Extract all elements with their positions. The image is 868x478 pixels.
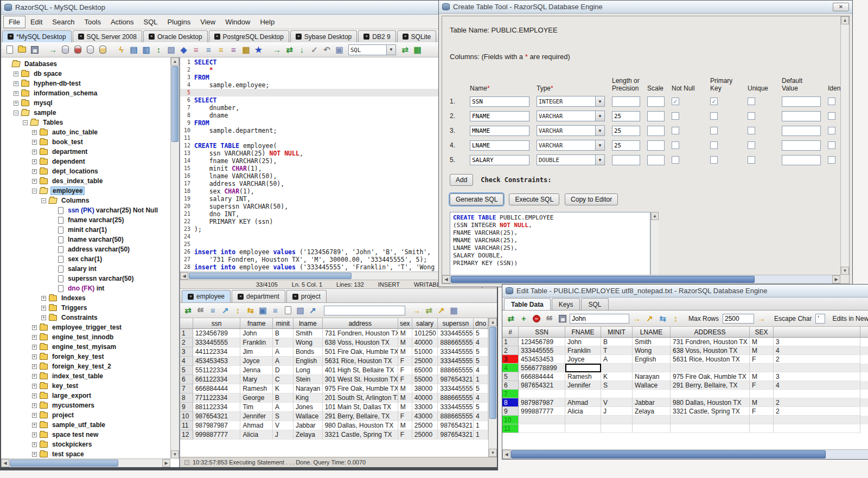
cell[interactable]: 987654321 (438, 375, 474, 384)
length-input[interactable] (612, 111, 640, 121)
tab-close-icon[interactable]: × (363, 34, 369, 40)
cell[interactable]: Narayan (293, 384, 323, 393)
edit-results-icon[interactable]: ≡ (203, 44, 214, 55)
tab-close-icon[interactable]: × (292, 294, 298, 300)
page-icon[interactable] (282, 305, 293, 316)
cell[interactable]: 5566778899 (519, 364, 565, 372)
identity-checkbox[interactable] (828, 141, 835, 149)
cell[interactable]: 3321 Castle, Spring TX (671, 407, 750, 416)
tree-item-employee[interactable]: −employee (1, 186, 170, 196)
cell[interactable]: V (601, 398, 633, 407)
tab-close-icon[interactable]: × (149, 34, 155, 40)
menu-item-file[interactable]: File (3, 16, 25, 28)
results-vertical-scrollbar[interactable]: ▲ ▼ (488, 318, 497, 457)
results-row[interactable]: 3441122334JimABonds501 Fire Oak, Humble … (180, 347, 488, 357)
tree-item-fname-varchar-25[interactable]: fname varchar(25) (1, 215, 170, 225)
tree-item-address-varchar-50[interactable]: address varchar(50) (1, 244, 170, 254)
expand-icon[interactable]: + (32, 325, 37, 330)
cell[interactable]: 201 South St, Arlington TX (323, 393, 398, 403)
cell[interactable]: 401 High St, Bellaire TX (323, 366, 398, 375)
scroll-left-icon[interactable]: ◀ (180, 272, 188, 280)
cell[interactable]: S (273, 412, 293, 421)
tab-close-icon[interactable]: × (188, 294, 194, 300)
cell[interactable] (671, 390, 750, 398)
window-vertical-scrollbar[interactable]: ▲ ▼ (840, 16, 849, 275)
scroll-right-icon[interactable]: ▶ (832, 275, 840, 283)
tree-item-constraints[interactable]: +Constraints (1, 313, 170, 322)
cell[interactable]: M (398, 338, 412, 347)
edit-table-row[interactable]: 7 (502, 390, 868, 398)
results-row[interactable]: 2333445555FranklinTWong638 Voss, Houston… (180, 338, 488, 347)
cell[interactable]: Alicia (565, 407, 601, 416)
window-horizontal-scrollbar[interactable]: ◀ ▶ (442, 275, 840, 283)
max-rows-go-icon[interactable]: → (756, 313, 767, 324)
cell[interactable]: English (293, 357, 323, 366)
cell[interactable]: Ahmad (240, 421, 273, 430)
cell[interactable]: F (398, 430, 412, 440)
scale-input[interactable] (647, 111, 665, 121)
cell[interactable]: Jones (293, 403, 323, 412)
cell[interactable]: M (398, 347, 412, 357)
cell[interactable]: 888665555 (438, 366, 474, 375)
cell[interactable]: Franklin (240, 338, 273, 347)
results-row[interactable]: 7666884444RameshKNarayan975 Fire Oak, Hu… (180, 384, 488, 393)
cell[interactable]: 291 Berry, Bellaire, TX (323, 412, 398, 421)
menu-item-actions[interactable]: Actions (106, 16, 139, 28)
cell[interactable]: M (750, 338, 774, 346)
results-column-header-salary[interactable]: salary (412, 318, 438, 328)
auto-refresh-icon[interactable]: ⇄ (399, 44, 411, 55)
cell[interactable] (633, 424, 671, 433)
cell[interactable]: T (601, 346, 633, 355)
expand-icon[interactable]: + (14, 81, 18, 86)
cell[interactable]: 666884444 (193, 384, 241, 393)
select-columns-icon[interactable]: ≡ (270, 305, 281, 316)
edit-table-row[interactable]: 9999887777AliciaJZelaya3321 Castle, Spri… (502, 407, 868, 416)
expand-icon[interactable]: + (32, 374, 37, 379)
dropdown-arrow-icon[interactable]: ▼ (595, 155, 604, 165)
cell[interactable]: Wallace (293, 412, 323, 421)
cell[interactable]: Wong (293, 338, 323, 347)
import-export-icon[interactable]: ↕ (153, 44, 164, 55)
view-row-icon[interactable]: 66 (544, 313, 555, 324)
not-null-checkbox[interactable] (672, 127, 679, 134)
sort-filter-icon[interactable]: ≡ (215, 44, 227, 55)
default-value-input[interactable] (782, 111, 821, 121)
column-type-select[interactable]: INTEGER▼ (537, 96, 605, 107)
expand-icon[interactable]: + (32, 442, 37, 447)
tree-item-salary-int[interactable]: salary int (1, 264, 170, 274)
edit-table-row[interactable]: 8987987987AhmadVJabbar980 Dallas, Housto… (502, 398, 868, 407)
dropdown-arrow-icon[interactable]: ▼ (595, 96, 604, 106)
cell[interactable]: Smith (293, 329, 323, 338)
connection-tab-postgresql-desktop[interactable]: ×PostgreSQL Desktop (209, 30, 289, 42)
cell[interactable]: 987654321 (438, 430, 474, 440)
results-tab-project[interactable]: ×project (286, 290, 327, 302)
primary-key-checkbox[interactable] (710, 141, 718, 149)
tree-item-key-test[interactable]: +key_test (1, 381, 170, 391)
cell[interactable]: 40000 (412, 338, 438, 347)
edit-tab-sql[interactable]: SQL (581, 298, 608, 310)
edit-column-header-lname[interactable]: LNAME (633, 327, 671, 337)
expand-icon[interactable]: + (32, 179, 37, 184)
cell[interactable]: Jim (240, 347, 273, 357)
cell[interactable] (565, 364, 601, 372)
cell[interactable]: 987987987 (193, 421, 241, 430)
collapse-icon[interactable]: − (32, 189, 37, 193)
cell[interactable]: A (273, 357, 293, 366)
unique-checkbox[interactable] (748, 98, 755, 105)
cell[interactable]: F (750, 407, 774, 416)
default-value-input[interactable] (782, 96, 821, 107)
cell[interactable]: 101250 (412, 329, 438, 338)
tree-item-databases[interactable]: Databases (1, 59, 170, 69)
refresh-icon[interactable]: ⇄ (284, 44, 295, 55)
primary-key-checkbox[interactable] (710, 112, 718, 120)
results-column-header-superssn[interactable]: superssn (438, 318, 474, 328)
identity-checkbox[interactable] (828, 98, 835, 105)
menu-item-sql[interactable]: SQL (139, 16, 163, 28)
cell[interactable] (774, 390, 860, 398)
row-search-input[interactable] (570, 314, 629, 324)
cell[interactable]: 999887777 (519, 407, 565, 416)
scroll-thumb[interactable] (451, 276, 755, 283)
cell[interactable]: M (398, 393, 412, 403)
favorites-icon[interactable]: ★ (253, 44, 264, 55)
column-type-select[interactable]: VARCHAR▼ (537, 111, 605, 121)
